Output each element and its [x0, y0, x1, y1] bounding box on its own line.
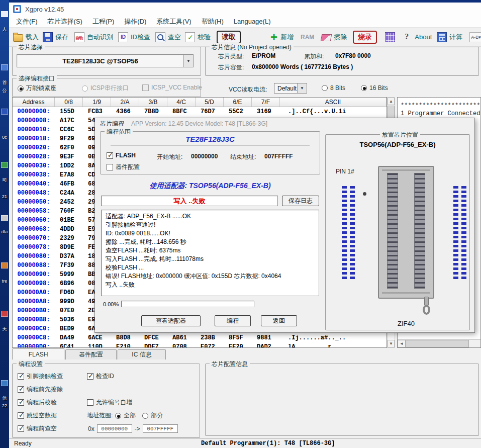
toolbar-item-calc[interactable]: 计算: [437, 32, 462, 42]
menu-item[interactable]: 帮助(H): [197, 16, 229, 27]
chevron-down-icon[interactable]: [297, 83, 307, 93]
verify-after-checkbox[interactable]: [18, 399, 24, 406]
read-button[interactable]: 读取: [217, 31, 241, 44]
scroll-left-icon[interactable]: [398, 340, 406, 347]
scroll-down-icon[interactable]: [388, 340, 395, 347]
hex-cell[interactable]: 7B8D: [139, 107, 167, 116]
blank-check-before-checkbox[interactable]: [18, 425, 24, 432]
hex-cell[interactable]: 6ACE: [83, 333, 111, 342]
tab-flash[interactable]: FLASH: [12, 348, 64, 360]
hex-cell[interactable]: CC6C: [55, 125, 83, 134]
universal-socket-radio[interactable]: [18, 85, 24, 92]
hex-cell[interactable]: 55C2: [224, 107, 252, 116]
dialog-titlebar[interactable]: 芯片编程 APP Version: 12.45 Device Model: T4…: [95, 118, 474, 129]
save-log-button[interactable]: 保存日志: [282, 196, 319, 206]
toolbar-item-erase[interactable]: 擦除: [321, 33, 347, 42]
toolbar-item-auto-detect[interactable]: 自动识别: [74, 32, 113, 42]
hex-cell[interactable]: EE20: [224, 342, 252, 348]
view-adapter-button[interactable]: 查看适配器: [141, 315, 201, 326]
hex-cell[interactable]: 0708: [167, 342, 196, 348]
hex-cell[interactable]: 8D9E: [55, 243, 83, 252]
hex-cell[interactable]: 6C41: [55, 342, 83, 348]
toolbar-item-ram[interactable]: RAM: [301, 34, 314, 41]
desktop-icon[interactable]: [1, 162, 8, 168]
chevron-down-icon[interactable]: [183, 55, 193, 67]
hex-cell[interactable]: DAD2: [252, 342, 280, 348]
hex-cell[interactable]: E072: [196, 342, 224, 348]
desktop-icon[interactable]: [1, 215, 8, 221]
hex-cell[interactable]: 2452: [55, 198, 83, 207]
hex-cell[interactable]: 9881: [252, 333, 280, 342]
desktop-icon[interactable]: [1, 262, 8, 268]
16bits-radio[interactable]: [361, 85, 367, 91]
tab-device-config[interactable]: 器件配置: [65, 349, 117, 360]
range-to-field[interactable]: 007FFFFF: [143, 424, 178, 433]
icsp-port-radio[interactable]: [82, 85, 88, 92]
hex-cell[interactable]: 999D: [55, 297, 83, 306]
program-button[interactable]: 编程: [215, 315, 251, 326]
chip-select-combobox[interactable]: TE28F128J3C @TSOP56: [17, 54, 194, 67]
horizontal-scrollbar[interactable]: [398, 339, 480, 347]
hex-cell[interactable]: 2329: [55, 234, 83, 243]
auto-serial-checkbox[interactable]: [87, 399, 93, 406]
hex-cell[interactable]: 1DD2: [55, 161, 83, 170]
hex-cell[interactable]: 760F: [55, 207, 83, 216]
hex-cell[interactable]: 4366: [111, 107, 139, 116]
range-all-radio[interactable]: [115, 413, 121, 419]
hex-cell[interactable]: 238B: [196, 333, 224, 342]
hex-cell[interactable]: 46FB: [55, 180, 83, 189]
toolbar-item-save[interactable]: 保存: [43, 32, 68, 42]
hex-cell[interactable]: 9F29: [55, 134, 83, 143]
pin-check-checkbox[interactable]: [18, 373, 24, 380]
hex-cell[interactable]: 110D: [83, 342, 111, 348]
menu-item[interactable]: 文件(F): [11, 16, 43, 27]
hex-cell[interactable]: 6B96: [55, 279, 83, 288]
hex-cell[interactable]: 4DDD: [55, 225, 83, 234]
desktop-icon[interactable]: [1, 11, 8, 17]
hex-cell[interactable]: B8D8: [111, 333, 139, 342]
hex-cell[interactable]: FD6D: [55, 288, 83, 297]
hex-cell[interactable]: AB61: [167, 333, 196, 342]
toolbar-item-about[interactable]: About: [402, 32, 432, 42]
hex-cell[interactable]: 8F5F: [224, 333, 252, 342]
hex-cell[interactable]: BED9: [55, 324, 83, 333]
device-config-checkbox[interactable]: [107, 164, 113, 170]
toolbar-item-byte-swap[interactable]: [469, 32, 481, 42]
hex-cell[interactable]: 01BE: [55, 216, 83, 225]
tab-ic-info[interactable]: IC 信息: [118, 349, 166, 360]
menu-item[interactable]: 操作(D): [119, 16, 151, 27]
hex-cell[interactable]: A17C: [55, 116, 83, 125]
hex-cell[interactable]: 7F39: [55, 261, 83, 270]
toolbar-item-socket-map[interactable]: [385, 32, 395, 42]
8bits-radio[interactable]: [322, 85, 328, 91]
desktop-icon[interactable]: [1, 380, 8, 386]
scrollbar-thumb[interactable]: [406, 340, 469, 347]
desktop-icon[interactable]: [1, 64, 8, 70]
hex-cell[interactable]: DDE7: [139, 342, 167, 348]
menu-item[interactable]: Language(L): [229, 16, 276, 27]
hex-cell[interactable]: E7A8: [55, 170, 83, 180]
range-part-radio[interactable]: [142, 413, 148, 419]
flash-checkbox[interactable]: [107, 152, 113, 159]
range-from-field[interactable]: 00000000: [97, 424, 132, 433]
menu-item[interactable]: 系统工具(V): [151, 16, 196, 27]
toolbar-item-load[interactable]: 载入: [13, 33, 39, 42]
hex-cell[interactable]: 5999: [55, 270, 83, 279]
hex-cell[interactable]: 155D: [55, 107, 83, 116]
menu-item[interactable]: 芯片选择(S): [43, 16, 87, 27]
toolbar-item-add[interactable]: 新增: [270, 32, 294, 42]
hex-cell[interactable]: 3169: [252, 107, 280, 116]
desktop-icon[interactable]: [1, 311, 8, 317]
hex-cell[interactable]: 9E3F: [55, 152, 83, 161]
hex-cell[interactable]: D37A: [55, 252, 83, 261]
toolbar-item-verify[interactable]: 校验: [185, 32, 211, 42]
hex-cell[interactable]: 07E0: [55, 306, 83, 315]
erase-before-checkbox[interactable]: [18, 386, 24, 393]
back-button[interactable]: 返回: [261, 315, 297, 326]
hex-cell[interactable]: 5036: [55, 315, 83, 324]
burn-button[interactable]: 烧录: [353, 31, 377, 44]
hex-cell[interactable]: E210: [111, 342, 139, 348]
hex-cell[interactable]: 76D7: [196, 107, 224, 116]
skip-blank-checkbox[interactable]: [18, 412, 24, 419]
toolbar-item-blank-check[interactable]: 查空: [155, 32, 181, 42]
